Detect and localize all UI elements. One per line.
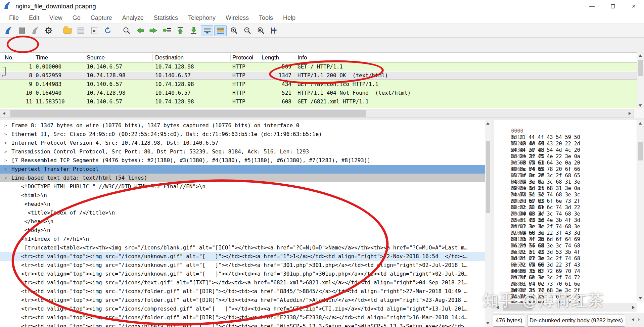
menu-file[interactable]: File: [4, 14, 24, 21]
scroll-up-icon[interactable]: [639, 54, 642, 57]
close-button[interactable]: ×: [623, 0, 644, 12]
expander-icon[interactable]: [0, 200, 11, 208]
packet-row[interactable]: 11 11.583510 10.140.6.57 10.74.128.98 HT…: [0, 97, 637, 106]
packet-row[interactable]: [0, 106, 637, 108]
hex-row[interactable]: 0000 3c 21 44 4f 43 54 59 50 45 20 48 54: [494, 122, 637, 128]
column-divider[interactable]: [152, 54, 153, 61]
column-destination[interactable]: Destination: [155, 54, 184, 61]
menu-wireless[interactable]: Wireless: [221, 14, 254, 21]
expander-icon[interactable]: [0, 287, 11, 296]
auto-scroll-toggle-icon[interactable]: [201, 25, 213, 36]
detail-row[interactable]: <tr><td valign="top"><img src="/icons/un…: [0, 261, 491, 270]
column-time[interactable]: Time: [36, 54, 48, 61]
go-to-packet-icon[interactable]: [160, 25, 173, 36]
menu-tools[interactable]: Tools: [254, 14, 278, 21]
scroll-up-icon[interactable]: [486, 122, 490, 125]
menu-go[interactable]: Go: [67, 14, 86, 21]
expander-icon[interactable]: [0, 296, 11, 305]
expander-icon[interactable]: >: [0, 130, 11, 139]
go-back-icon[interactable]: [134, 25, 146, 36]
detail-row[interactable]: > Ethernet II, Src: Cisco_24:95:c0 (00:2…: [0, 130, 491, 139]
detail-row[interactable]: <html>\n: [0, 191, 491, 200]
expander-icon[interactable]: [0, 217, 11, 226]
scrollbar-thumb[interactable]: [486, 141, 490, 213]
detail-row[interactable]: <h1>Index of /</h1>\n: [0, 235, 491, 243]
detail-row[interactable]: [truncated]<table><tr><th><img src="/ico…: [0, 243, 491, 252]
scroll-left-icon[interactable]: [3, 112, 5, 115]
column-divider[interactable]: [230, 54, 231, 61]
zoom-reset-icon[interactable]: [255, 25, 267, 36]
column-divider[interactable]: [260, 54, 260, 61]
colorize-toggle-icon[interactable]: [214, 25, 227, 36]
packet-list-hscrollbar[interactable]: [0, 109, 634, 118]
detail-row[interactable]: > Internet Protocol Version 4, Src: 10.7…: [0, 139, 491, 147]
expander-icon[interactable]: [0, 313, 11, 322]
tab-scroll-left-icon[interactable]: [632, 318, 634, 321]
expander-icon[interactable]: [0, 305, 11, 313]
detail-row[interactable]: <body>\n: [0, 226, 491, 235]
start-capture-icon[interactable]: [2, 25, 14, 36]
minimize-button[interactable]: —: [582, 0, 602, 12]
tab-dechunked-entity-body[interactable]: De-chunked entity body (9282 bytes): [527, 315, 625, 327]
detail-row[interactable]: <tr><td valign="top"><img src="/icons/un…: [0, 252, 491, 261]
column-divider[interactable]: [293, 54, 293, 61]
stop-capture-icon[interactable]: [15, 25, 28, 36]
detail-row[interactable]: ∨ Line-based text data: text/html (54 li…: [0, 174, 491, 182]
menu-capture[interactable]: Capture: [86, 14, 117, 21]
resize-columns-icon[interactable]: [268, 25, 280, 36]
column-divider[interactable]: [34, 54, 34, 61]
column-length[interactable]: Length: [262, 54, 279, 61]
column-source[interactable]: Source: [87, 54, 105, 61]
expander-icon[interactable]: [0, 226, 11, 235]
restart-capture-icon[interactable]: [29, 25, 41, 36]
detail-row[interactable]: <tr><td valign="top"><img src="/icons/fo…: [0, 296, 491, 305]
expander-icon[interactable]: [0, 322, 11, 327]
detail-row[interactable]: <title>Index of /</title>\n: [0, 208, 491, 217]
expander-icon[interactable]: ∨: [0, 174, 11, 182]
packet-row[interactable]: → 1 0.000000 10.140.6.57 10.74.128.98 HT…: [0, 62, 637, 71]
expander-icon[interactable]: >: [0, 165, 11, 174]
detail-row[interactable]: > Transmission Control Protocol, Src Por…: [0, 147, 491, 156]
expander-icon[interactable]: [0, 235, 11, 243]
pane-splitter[interactable]: [0, 118, 644, 120]
menu-analyze[interactable]: Analyze: [117, 14, 149, 21]
detail-row[interactable]: <tr><td valign="top"><img src="/icons/co…: [0, 305, 491, 313]
expander-icon[interactable]: [0, 243, 11, 252]
close-file-icon[interactable]: ×: [88, 25, 100, 36]
detail-row[interactable]: > Frame 8: 1347 bytes on wire (10776 bit…: [0, 121, 491, 130]
find-packet-icon[interactable]: [120, 25, 133, 36]
scroll-down-icon[interactable]: [639, 104, 642, 107]
zoom-out-icon[interactable]: [241, 25, 254, 36]
zoom-in-icon[interactable]: [228, 25, 240, 36]
expander-icon[interactable]: >: [0, 156, 11, 165]
column-divider[interactable]: [84, 54, 84, 61]
packet-list-vscrollbar[interactable]: [637, 52, 644, 109]
packet-row[interactable]: 9 0.144983 10.140.6.57 10.74.128.98 HTTP…: [0, 80, 637, 89]
go-forward-icon[interactable]: [147, 25, 159, 36]
expander-icon[interactable]: [0, 261, 11, 270]
open-file-folder-icon[interactable]: [61, 25, 74, 36]
capture-options-gear-icon[interactable]: [42, 25, 55, 36]
menu-statistics[interactable]: Statistics: [149, 14, 183, 21]
menu-help[interactable]: Help: [278, 14, 301, 21]
maximize-button[interactable]: [602, 0, 623, 12]
expander-icon[interactable]: [0, 278, 11, 287]
scrollbar-thumb[interactable]: [10, 110, 366, 117]
scrollbar-thumb[interactable]: [638, 60, 643, 76]
expander-icon[interactable]: [0, 191, 11, 200]
menu-telephony[interactable]: Telephony: [183, 14, 221, 21]
expander-icon[interactable]: >: [0, 139, 11, 147]
scroll-right-icon[interactable]: [632, 306, 635, 309]
expander-icon[interactable]: [0, 208, 11, 217]
go-last-packet-icon[interactable]: [187, 25, 200, 36]
column-protocol[interactable]: Protocol: [232, 54, 253, 61]
scroll-down-icon[interactable]: [639, 297, 642, 299]
detail-row[interactable]: <head>\n: [0, 200, 491, 208]
packet-row[interactable]: ← 8 0.052959 10.74.128.98 10.140.6.57 HT…: [0, 71, 637, 80]
hex-vscrollbar[interactable]: [637, 120, 644, 301]
expander-icon[interactable]: >: [0, 147, 11, 156]
scroll-up-icon[interactable]: [639, 122, 642, 125]
go-first-packet-icon[interactable]: [174, 25, 186, 36]
detail-row[interactable]: <!DOCTYPE HTML PUBLIC "-//W3C//DTD HTML …: [0, 182, 491, 191]
menu-edit[interactable]: Edit: [24, 14, 44, 21]
